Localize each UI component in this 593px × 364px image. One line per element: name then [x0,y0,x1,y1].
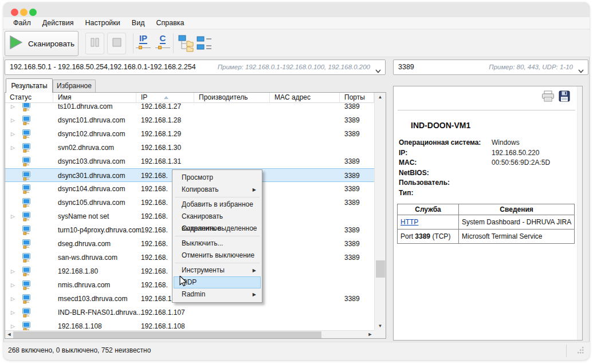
toolbar: Сканировать IP C [3,30,590,57]
column-header-mac[interactable]: MAC адрес [270,93,340,103]
context-menu-item-shutdown[interactable]: Выключить... [174,238,261,250]
expand-arrow-icon[interactable]: ▷ [11,306,15,319]
resize-grip[interactable] [577,346,584,356]
list-view-button[interactable] [197,35,213,52]
play-icon [9,35,23,52]
cell-name: turn10-p4proxy.dhruva.com [58,223,142,237]
ip-range-hint: Пример: 192.168.0.1-192.168.0.100, 192.1… [218,60,370,74]
cell-name: svn02.dhruva.com [58,141,114,155]
scan-button[interactable]: Сканировать [5,31,78,56]
detail-row: Операционная система:Windows [399,138,571,148]
expand-arrow-icon[interactable]: ▷ [11,141,15,155]
horizontal-scrollbar[interactable]: ◄ ► [5,330,374,338]
context-menu-item-add-to-favorites[interactable]: Добавить в избранное [174,199,261,211]
expand-arrow-icon[interactable]: ▷ [11,103,15,113]
titlebar[interactable] [3,2,590,17]
menu-separator [175,197,260,197]
cell-ip: 192.168. [141,196,168,209]
table-row[interactable]: ▷192.168.1.108192.168.1.108 [5,319,374,330]
expand-arrow-icon[interactable]: ▷ [11,113,15,127]
expand-arrow-icon[interactable]: ▷ [11,264,15,278]
cell-name: IND-BLR-FNAS01.dhruva.... [58,306,144,319]
cell-ip: 192.168. [141,278,168,292]
cell-ports: 3389 [344,103,360,113]
vertical-scroll-thumb[interactable] [376,260,385,278]
table-row[interactable]: ▷dsync101.dhruva.com192.168.1.283389 [5,113,374,127]
expand-arrow-icon[interactable]: ▷ [11,292,15,306]
save-button[interactable] [559,90,570,104]
expand-arrow-icon[interactable]: ▷ [11,127,15,141]
context-menu-item-abort-shutdown[interactable]: Отменить выключение [174,250,261,262]
service-details-cell: Microsoft Terminal Service [459,230,575,244]
tab-favorites[interactable]: Избранное [53,80,96,92]
ip-scan-button[interactable]: IP [135,33,152,54]
context-menu-item-copy[interactable]: Копировать▶ [174,184,261,196]
table-row[interactable]: ▷svn02.dhruva.com192.168.1.30 [5,141,374,155]
stop-button[interactable] [107,33,126,54]
ip-range-value: 192.168.50.1 - 192.168.50.254,192.168.0.… [10,60,196,74]
table-row[interactable]: ▷dsync102.dhruva.com192.168.1.293389 [5,127,374,141]
tab-results[interactable]: Результаты [6,78,53,93]
maximize-button[interactable] [29,9,37,16]
stop-icon [112,38,121,49]
mouse-cursor [179,276,187,290]
minimize-button[interactable] [20,9,28,16]
scroll-left-arrow[interactable]: ◄ [5,331,13,339]
horizontal-scroll-thumb[interactable] [13,331,321,338]
cell-ports: 3389 [344,169,360,183]
ports-hint: Пример: 80, 443, UDP: 1-10 [489,60,573,74]
cell-name: nmis.dhruva.com [58,278,110,292]
vertical-scrollbar[interactable]: ▲ ▼ [374,93,386,330]
ip-range-input[interactable]: 192.168.50.1 - 192.168.50.254,192.168.0.… [5,60,386,75]
table-row[interactable]: dsync103.dhruva.com192.168.1.313389 [5,155,374,168]
ip-scan-icon: IP [139,33,147,44]
scroll-right-arrow[interactable]: ► [366,331,374,339]
close-button[interactable] [11,9,18,16]
detail-value: Windows [492,138,520,148]
menu-actions[interactable]: Действия [37,17,80,29]
service-cell[interactable]: HTTP [398,215,459,230]
context-menu-item-tools[interactable]: Инструменты▶ [174,264,261,276]
context-menu-item-view[interactable]: Просмотр [174,172,261,184]
cell-name: sysName not set [58,209,109,223]
cell-ip: 192.168.1.107 [141,306,185,319]
menu-settings[interactable]: Настройки [80,17,126,29]
pause-button[interactable] [85,33,104,54]
services-column-service: Служба [398,204,459,215]
detail-row: NetBIOS: [399,168,571,179]
expand-arrow-icon[interactable]: ▷ [11,319,15,330]
column-header-name[interactable]: Имя [53,93,136,103]
column-header-ip[interactable]: IP [136,93,194,103]
cell-ip: 192.168.1.31 [141,155,181,168]
expand-arrow-icon[interactable]: ▷ [11,209,15,223]
tree-view-button[interactable] [178,35,194,52]
printer-icon [541,90,555,102]
scan-button-label: Сканировать [28,39,74,48]
scroll-up-arrow[interactable]: ▲ [375,93,386,101]
table-row[interactable]: ▷IND-BLR-FNAS01.dhruva....192.168.1.107 [5,306,374,319]
chevron-down-icon[interactable] [578,65,584,76]
context-menu-item-radmin[interactable]: Radmin▶ [174,288,261,300]
context-menu-item-scan-selected[interactable]: Сканировать выделенное [174,211,261,223]
service-link[interactable]: HTTP [400,218,418,226]
menu-view[interactable]: Вид [126,17,151,29]
status-bar: 268 включено, 0 выключено, 752 неизвестн… [3,342,590,360]
pause-icon [91,38,100,49]
chevron-down-icon[interactable] [375,65,381,76]
print-button[interactable] [541,90,555,105]
column-header-ports[interactable]: Порты [340,93,374,103]
menu-help[interactable]: Справка [150,17,190,29]
table-row[interactable]: ▷ts101.dhruva.com192.168.1.273389 [5,103,374,113]
menu-separator [175,263,260,263]
column-header-manufacturer[interactable]: Производитель [194,93,270,103]
context-menu-item-save-selected[interactable]: Сохранить выделенное ... [174,223,261,235]
ports-input[interactable]: 3389 Пример: 80, 443, UDP: 1-10 [393,60,588,75]
detail-row: MAC:00:50:56:9D:2A:5D [399,158,571,168]
c-scan-button[interactable]: C [154,33,171,54]
scroll-down-arrow[interactable]: ▼ [375,322,386,330]
menu-file[interactable]: Файл [7,17,37,29]
column-header-status[interactable]: Статус [5,93,53,103]
cell-name: dsync102.dhruva.com [58,127,125,141]
panel-scrollbar-track[interactable] [577,86,582,340]
expand-arrow-icon[interactable]: ▷ [11,278,15,292]
